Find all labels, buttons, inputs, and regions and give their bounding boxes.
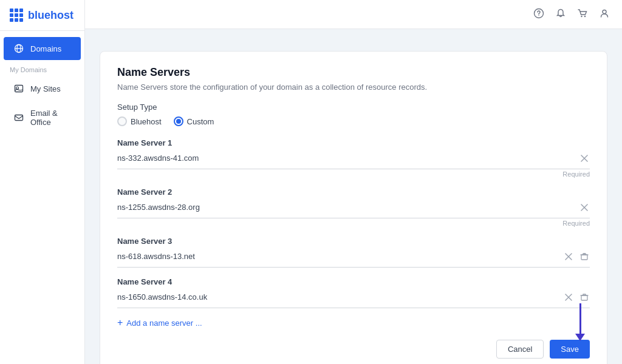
setup-type-radio-group: Bluehost Custom bbox=[117, 116, 590, 126]
add-server-label: Add a name server ... bbox=[126, 318, 202, 328]
sidebar-item-email-office-label: Email & Office bbox=[30, 109, 71, 127]
ns-field-1: Name Server 1 Required bbox=[117, 138, 590, 178]
arrow-line bbox=[579, 303, 581, 334]
domains-icon bbox=[13, 43, 24, 54]
email-icon bbox=[13, 112, 24, 123]
help-icon[interactable] bbox=[533, 8, 544, 21]
sidebar-item-my-sites-label: My Sites bbox=[30, 84, 61, 93]
ns-input-row-3 bbox=[117, 249, 590, 268]
radio-custom-circle bbox=[174, 116, 183, 126]
radio-custom[interactable]: Custom bbox=[174, 116, 214, 126]
ns-clear-1[interactable] bbox=[579, 153, 590, 164]
svg-rect-5 bbox=[15, 115, 23, 121]
sidebar-nav: Domains My Domains My Sites Emai bbox=[0, 31, 84, 134]
logo-area: bluehost bbox=[0, 0, 84, 31]
save-button[interactable]: Save bbox=[550, 340, 590, 359]
logo-grid-icon bbox=[10, 8, 23, 22]
topbar bbox=[85, 0, 622, 29]
ns-clear-2[interactable] bbox=[579, 202, 590, 213]
bell-icon[interactable] bbox=[555, 8, 566, 21]
sidebar-item-my-sites[interactable]: My Sites bbox=[4, 77, 81, 100]
brand-name: bluehost bbox=[28, 9, 73, 22]
ns-input-row-4 bbox=[117, 290, 590, 308]
ns-input-row-2 bbox=[117, 200, 590, 218]
card-title: Name Servers bbox=[117, 66, 590, 79]
ns-label-2: Name Server 2 bbox=[117, 187, 590, 197]
ns-label-4: Name Server 4 bbox=[117, 277, 590, 286]
ns-field-4: Name Server 4 bbox=[117, 277, 590, 308]
ns-field-2: Name Server 2 Required bbox=[117, 187, 590, 227]
my-sites-icon bbox=[13, 83, 24, 94]
ns-required-2: Required bbox=[117, 220, 590, 227]
cart-icon[interactable] bbox=[577, 8, 588, 21]
cancel-button[interactable]: Cancel bbox=[496, 340, 544, 359]
ns-input-1[interactable] bbox=[117, 151, 574, 165]
ns-field-3: Name Server 3 bbox=[117, 237, 590, 268]
sidebar-item-domains[interactable]: Domains bbox=[4, 37, 81, 60]
radio-bluehost-circle bbox=[117, 116, 127, 126]
arrow-annotation bbox=[575, 303, 585, 341]
radio-bluehost-label: Bluehost bbox=[131, 117, 162, 126]
name-servers-card: Name Servers Name Servers store the conf… bbox=[100, 51, 607, 364]
main-content: Name Servers Name Servers store the conf… bbox=[85, 0, 622, 364]
ns-label-1: Name Server 1 bbox=[117, 138, 590, 147]
svg-point-9 bbox=[584, 15, 586, 16]
add-server-button[interactable]: + Add a name server ... bbox=[117, 318, 202, 328]
user-icon[interactable] bbox=[599, 8, 610, 21]
ns-clear-3[interactable] bbox=[563, 251, 574, 262]
card-actions: Cancel Save bbox=[117, 340, 590, 359]
ns-input-2[interactable] bbox=[117, 200, 574, 214]
svg-rect-17 bbox=[581, 255, 587, 260]
ns-delete-4[interactable] bbox=[579, 292, 590, 303]
ns-input-4[interactable] bbox=[117, 290, 558, 304]
setup-type-label: Setup Type bbox=[117, 103, 590, 112]
ns-delete-3[interactable] bbox=[579, 251, 590, 262]
radio-custom-label: Custom bbox=[187, 117, 214, 126]
ns-label-3: Name Server 3 bbox=[117, 237, 590, 246]
content-area: Name Servers Name Servers store the conf… bbox=[85, 29, 622, 364]
card-description: Name Servers store the configuration of … bbox=[117, 83, 590, 92]
sidebar-item-email-office[interactable]: Email & Office bbox=[4, 103, 81, 133]
radio-bluehost[interactable]: Bluehost bbox=[117, 116, 162, 126]
sidebar: bluehost Domains My Domains bbox=[0, 0, 85, 364]
sidebar-item-domains-label: Domains bbox=[30, 44, 61, 53]
my-domains-section-label: My Domains bbox=[0, 61, 84, 76]
add-server-plus-icon: + bbox=[117, 318, 123, 328]
svg-point-4 bbox=[16, 87, 19, 89]
svg-rect-25 bbox=[581, 295, 587, 300]
ns-required-1: Required bbox=[117, 170, 590, 178]
ns-input-3[interactable] bbox=[117, 249, 558, 263]
ns-clear-4[interactable] bbox=[563, 292, 574, 303]
arrow-head bbox=[575, 334, 585, 341]
svg-point-8 bbox=[581, 15, 582, 16]
svg-point-7 bbox=[538, 15, 539, 15]
svg-point-10 bbox=[603, 10, 606, 13]
ns-input-row-1 bbox=[117, 151, 590, 169]
